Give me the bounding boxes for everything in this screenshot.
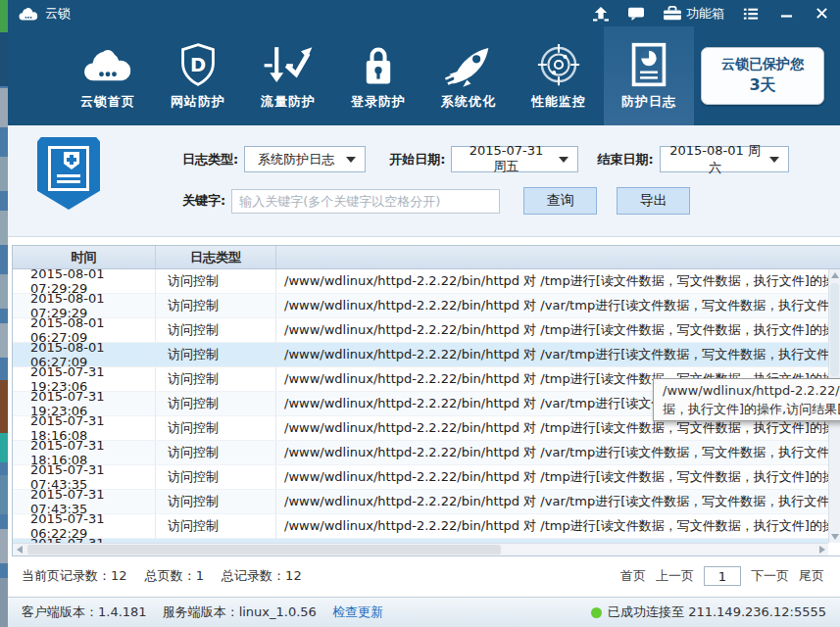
nav-item-login-protection[interactable]: 登录防护 <box>333 26 423 125</box>
connection-status-text: 已成功连接至 211.149.236.12:5555 <box>608 603 826 621</box>
connection-status-icon <box>591 607 602 618</box>
column-header-detail <box>276 246 840 268</box>
app-title: 云锁 <box>45 5 71 23</box>
nav-item-home[interactable]: 云锁首页 <box>63 26 153 125</box>
radar-icon <box>533 42 584 87</box>
first-page-link[interactable]: 首页 <box>620 567 646 585</box>
start-date-dropdown[interactable]: 2015-07-31 周五 <box>451 146 578 172</box>
chevron-down-icon <box>769 157 779 163</box>
cell-detail: /www/wdlinux/httpd-2.2.22/bin/httpd 对 /t… <box>276 419 828 437</box>
nav-item-website-protection[interactable]: D 网站防护 <box>153 26 243 125</box>
scroll-right-icon[interactable] <box>815 544 828 555</box>
app-window: 云锁 功能箱 <box>8 0 840 627</box>
prev-page-link[interactable]: 上一页 <box>656 567 694 585</box>
cell-detail: /www/wdlinux/httpd-2.2.22/bin/httpd 对 /v… <box>276 346 828 363</box>
client-version: 客户端版本：1.4.181 <box>22 603 147 621</box>
cell-detail: /www/wdlinux/httpd-2.2.22/bin/httpd 对 /v… <box>276 297 828 314</box>
cell-log-type: 访问控制 <box>156 490 276 513</box>
cell-log-type: 访问控制 <box>156 318 276 342</box>
cell-detail: /www/wdlinux/httpd-2.2.22/bin/httpd 对 /v… <box>276 444 828 461</box>
status-bar: 客户端版本：1.4.181 服务端版本：linux_1.0.56 检查更新 已成… <box>8 597 840 627</box>
nav-item-traffic-protection[interactable]: 流量防护 <box>243 26 333 125</box>
close-icon[interactable] <box>813 6 830 22</box>
check-update-link[interactable]: 检查更新 <box>332 603 383 621</box>
pagination-bar: 当前页记录数：12 总页数：1 总记录数：12 首页 上一页 1 下一页 尾页 <box>22 565 824 587</box>
total-records: 12 <box>285 568 302 583</box>
rocket-icon <box>443 42 494 87</box>
end-date-label: 结束日期: <box>597 151 653 169</box>
cell-time: 2015-08-01 07:29:29 <box>13 269 156 293</box>
page-number-input[interactable]: 1 <box>704 566 741 586</box>
horizontal-scrollbar[interactable] <box>13 543 828 555</box>
toolbox-label: 功能箱 <box>686 5 724 23</box>
record-summary: 当前页记录数：12 总页数：1 总记录数：12 <box>22 567 316 585</box>
start-date-label: 开始日期: <box>389 151 445 169</box>
cell-time: 2015-08-01 07:29:29 <box>13 294 156 317</box>
log-badge-icon <box>37 137 100 214</box>
nav-item-system-optimize[interactable]: 系统优化 <box>423 26 514 125</box>
keyword-label: 关键字: <box>182 192 225 210</box>
cell-log-type: 访问控制 <box>156 367 276 391</box>
protection-days-count: 3天 <box>749 75 775 96</box>
cell-log-type: 访问控制 <box>156 441 276 464</box>
app-logo-cloud-lock-icon <box>18 5 39 23</box>
desktop-edge <box>0 0 8 627</box>
cell-time: 2015-07-31 06:22:29 <box>13 514 156 538</box>
toolbox-button[interactable]: 功能箱 <box>663 5 724 23</box>
query-button[interactable]: 查询 <box>523 187 597 215</box>
horizontal-scroll-thumb[interactable] <box>27 545 501 555</box>
end-date-dropdown[interactable]: 2015-08-01 周六 <box>660 146 789 172</box>
list-icon[interactable] <box>742 6 760 22</box>
cell-time: 2015-07-31 07:43:35 <box>13 490 156 513</box>
column-header-time: 时间 <box>13 246 156 268</box>
total-pages: 1 <box>196 568 204 583</box>
vertical-scroll-thumb[interactable] <box>830 283 839 376</box>
nav-label: 网站防护 <box>171 93 225 111</box>
tooltip-line1: /www/wdlinux/httpd-2.2.22/bin/h <box>663 381 840 400</box>
column-header-type: 日志类型 <box>156 246 276 268</box>
table-header: 时间 日志类型 <box>13 246 840 269</box>
cell-detail: /www/wdlinux/httpd-2.2.22/bin/httpd 对 /t… <box>276 321 828 339</box>
chevron-down-icon <box>346 157 356 163</box>
chevron-down-icon <box>559 157 568 163</box>
cell-detail: /www/wdlinux/httpd-2.2.22/bin/httpd 对 /t… <box>276 272 828 290</box>
nav-item-performance-monitor[interactable]: 性能监控 <box>514 26 604 125</box>
log-type-dropdown[interactable]: 系统防护日志 <box>244 146 366 172</box>
nav-label: 防护日志 <box>621 93 676 111</box>
cell-time: 2015-08-01 06:27:09 <box>13 343 156 366</box>
nav-label: 云锁首页 <box>80 93 135 111</box>
cell-log-type: 访问控制 <box>156 269 276 293</box>
server-version: 服务端版本：linux_1.0.56 <box>163 603 317 621</box>
traffic-arrows-icon <box>263 42 314 87</box>
cell-time: 2015-07-31 19:23:06 <box>13 392 156 415</box>
cell-log-type: 访问控制 <box>156 514 276 538</box>
scroll-up-icon[interactable] <box>829 269 840 281</box>
cloud-lock-icon <box>82 42 133 87</box>
last-page-link[interactable]: 尾页 <box>799 567 824 585</box>
next-page-link[interactable]: 下一页 <box>751 567 789 585</box>
nav-item-protection-log[interactable]: 防护日志 <box>604 26 694 125</box>
export-button[interactable]: 导出 <box>617 187 690 215</box>
chat-icon[interactable] <box>627 6 645 22</box>
log-chart-icon <box>623 42 674 87</box>
minimize-icon[interactable] <box>777 6 795 22</box>
padlock-icon <box>353 42 404 87</box>
nav-label: 流量防护 <box>261 93 316 111</box>
cell-time: 2015-07-31 07:43:35 <box>13 465 156 489</box>
protection-days-text: 云锁已保护您 <box>721 56 804 73</box>
cell-log-type: 访问控制 <box>156 465 276 489</box>
cell-log-type: 访问控制 <box>156 343 276 366</box>
keyword-input[interactable] <box>231 189 500 214</box>
detail-tooltip: /www/wdlinux/httpd-2.2.22/bin/h 据，执行文件]的… <box>653 378 840 421</box>
cell-detail: /www/wdlinux/httpd-2.2.22/bin/httpd 对 /v… <box>276 493 828 510</box>
cell-time: 2015-08-01 06:27:09 <box>13 318 156 342</box>
cell-log-type: 访问控制 <box>156 392 276 415</box>
cell-log-type: 访问控制 <box>156 416 276 440</box>
toolbox-icon <box>663 6 682 22</box>
scroll-down-icon[interactable] <box>829 531 840 543</box>
titlebar: 云锁 功能箱 <box>8 0 840 26</box>
upload-arrow-icon[interactable] <box>592 6 610 22</box>
svg-text:D: D <box>190 53 206 75</box>
scroll-left-icon[interactable] <box>13 544 25 555</box>
nav-label: 性能监控 <box>531 93 586 111</box>
